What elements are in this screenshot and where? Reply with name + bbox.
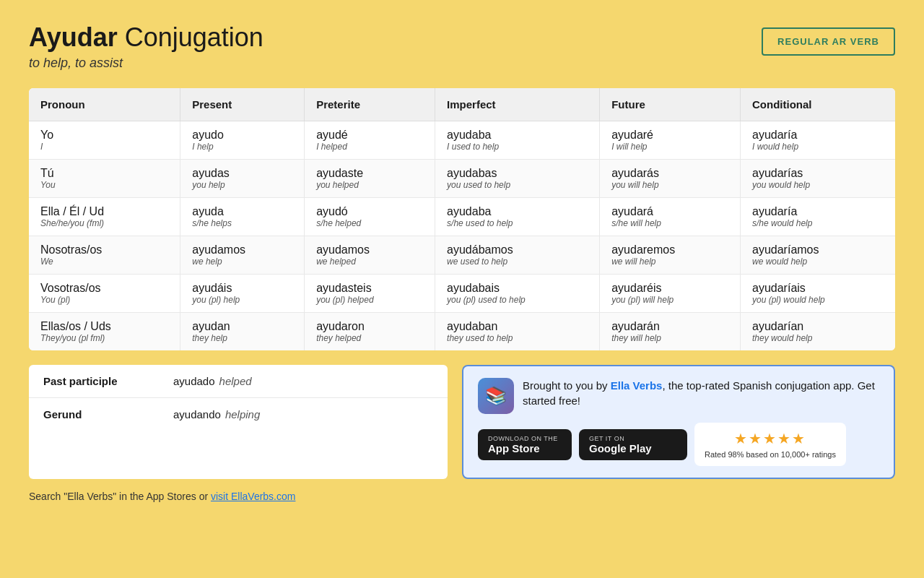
cell-main: Ellas/os / Uds xyxy=(40,320,168,333)
page-title: Ayudar Conjugation xyxy=(29,22,263,53)
table-cell: ayudamoswe helped xyxy=(305,236,435,275)
cell-sub: they helped xyxy=(316,333,423,343)
cell-sub: I used to help xyxy=(447,142,588,152)
cell-sub: They/you (pl fml) xyxy=(40,333,168,343)
title-block: Ayudar Conjugation to help, to assist xyxy=(29,22,263,71)
cell-sub: you (pl) helped xyxy=(316,295,423,305)
table-cell: Nosotras/osWe xyxy=(29,236,180,275)
table-cell: ayudéI helped xyxy=(305,121,435,160)
cell-sub: you (pl) used to help xyxy=(447,295,588,305)
cell-sub: we helped xyxy=(316,256,423,267)
table-cell: ayudaréI will help xyxy=(600,121,741,160)
cell-main: ayudarían xyxy=(752,320,884,333)
rating-box: ★★★★★ Rated 98% based on 10,000+ ratings xyxy=(694,423,846,466)
cell-main: ayudamos xyxy=(192,243,292,256)
cell-sub: You (pl) xyxy=(40,295,168,305)
cell-sub: you would help xyxy=(752,180,884,190)
cell-sub: s/he helps xyxy=(192,218,292,228)
table-cell: ayudós/he helped xyxy=(305,198,435,236)
cell-main: ayudaban xyxy=(447,320,588,333)
table-cell: ayudoI help xyxy=(180,121,305,160)
table-row: Nosotras/osWeayudamoswe helpayudamoswe h… xyxy=(29,236,895,275)
table-row: Vosotras/osYou (pl)ayudáisyou (pl) helpa… xyxy=(29,275,895,313)
cell-sub: you will help xyxy=(611,180,728,190)
cell-sub: they used to help xyxy=(447,333,588,343)
google-play-button[interactable]: GET IT ON Google Play xyxy=(579,429,687,460)
cell-main: ayudé xyxy=(316,129,423,142)
cell-sub: you (pl) will help xyxy=(611,295,728,305)
col-imperfect: Imperfect xyxy=(435,88,600,121)
cell-sub: they help xyxy=(192,333,292,343)
cell-main: ayudarías xyxy=(752,167,884,180)
cell-sub: we used to help xyxy=(447,256,588,267)
table-cell: ayudarásyou will help xyxy=(600,160,741,198)
table-cell: ayudaránthey will help xyxy=(600,313,741,351)
cell-main: ayudas xyxy=(192,167,292,180)
table-row: YoIayudoI helpayudéI helpedayudabaI used… xyxy=(29,121,895,160)
conjugation-table: Pronoun Present Preterite Imperfect Futu… xyxy=(29,88,895,350)
cell-main: ayudaría xyxy=(752,205,884,218)
past-participle-label: Past participle xyxy=(43,375,173,387)
cell-sub: you helped xyxy=(316,180,423,190)
table-cell: Ellas/os / UdsThey/you (pl fml) xyxy=(29,313,180,351)
gerund-label: Gerund xyxy=(43,408,173,420)
cell-main: ayudaba xyxy=(447,129,588,142)
table-cell: ayudaríanthey would help xyxy=(741,313,895,351)
cell-sub: We xyxy=(40,256,168,267)
ad-text: Brought to you by Ella Verbs, the top-ra… xyxy=(523,378,879,408)
cell-main: ayudaron xyxy=(316,320,423,333)
page-subtitle: to help, to assist xyxy=(29,56,263,71)
cell-sub: you (pl) help xyxy=(192,295,292,305)
cell-main: ayudaríais xyxy=(752,282,884,295)
cell-main: ayudó xyxy=(316,205,423,218)
cell-sub: they would help xyxy=(752,333,884,343)
table-cell: ayudaremoswe will help xyxy=(600,236,741,275)
table-row: Ella / Él / UdShe/he/you (fml)ayudas/he … xyxy=(29,198,895,236)
cell-main: ayudarán xyxy=(611,320,728,333)
cell-main: ayudasteis xyxy=(316,282,423,295)
cell-main: ayudaste xyxy=(316,167,423,180)
table-cell: ayudarás/he will help xyxy=(600,198,741,236)
cell-sub: you (pl) would help xyxy=(752,295,884,305)
cell-main: ayudabais xyxy=(447,282,588,295)
table-cell: ayudaríaI would help xyxy=(741,121,895,160)
col-future: Future xyxy=(600,88,741,121)
app-store-small-text: Download on the xyxy=(488,435,558,442)
col-conditional: Conditional xyxy=(741,88,895,121)
google-play-small-text: GET IT ON xyxy=(589,435,624,442)
table-cell: ayudas/he helps xyxy=(180,198,305,236)
ad-box: 📚 Brought to you by Ella Verbs, the top-… xyxy=(462,365,895,479)
cell-sub: they will help xyxy=(611,333,728,343)
ad-top: 📚 Brought to you by Ella Verbs, the top-… xyxy=(478,378,879,414)
cell-main: ayudaría xyxy=(752,129,884,142)
table-cell: ayudaríamoswe would help xyxy=(741,236,895,275)
table-cell: ayudanthey help xyxy=(180,313,305,351)
table-cell: ayudábamoswe used to help xyxy=(435,236,600,275)
table-cell: TúYou xyxy=(29,160,180,198)
ella-verbs-link[interactable]: Ella Verbs xyxy=(611,379,663,392)
cell-sub: you used to help xyxy=(447,180,588,190)
verb-type-badge: REGULAR AR VERB xyxy=(762,27,895,56)
cell-sub: I xyxy=(40,142,168,152)
cell-main: ayudaréis xyxy=(611,282,728,295)
table-cell: YoI xyxy=(29,121,180,160)
cell-main: ayudamos xyxy=(316,243,423,256)
cell-main: Ella / Él / Ud xyxy=(40,205,168,218)
app-icon: 📚 xyxy=(478,378,514,414)
table-cell: ayudamoswe help xyxy=(180,236,305,275)
bottom-section: Past participle ayudadohelped Gerund ayu… xyxy=(29,365,895,479)
col-pronoun: Pronoun xyxy=(29,88,180,121)
cell-sub: I would help xyxy=(752,142,884,152)
table-cell: ayudaréisyou (pl) will help xyxy=(600,275,741,313)
table-cell: ayudarías/he would help xyxy=(741,198,895,236)
cell-sub: You xyxy=(40,180,168,190)
table-cell: ayudasyou help xyxy=(180,160,305,198)
cell-main: ayudaba xyxy=(447,205,588,218)
app-store-button[interactable]: Download on the App Store xyxy=(478,429,572,460)
table-cell: ayudabaI used to help xyxy=(435,121,600,160)
ella-verbs-website-link[interactable]: visit EllaVerbs.com xyxy=(211,491,295,502)
cell-main: ayudaremos xyxy=(611,243,728,256)
table-row: TúYouayudasyou helpayudasteyou helpedayu… xyxy=(29,160,895,198)
cell-main: ayudará xyxy=(611,205,728,218)
table-cell: ayudabas/he used to help xyxy=(435,198,600,236)
